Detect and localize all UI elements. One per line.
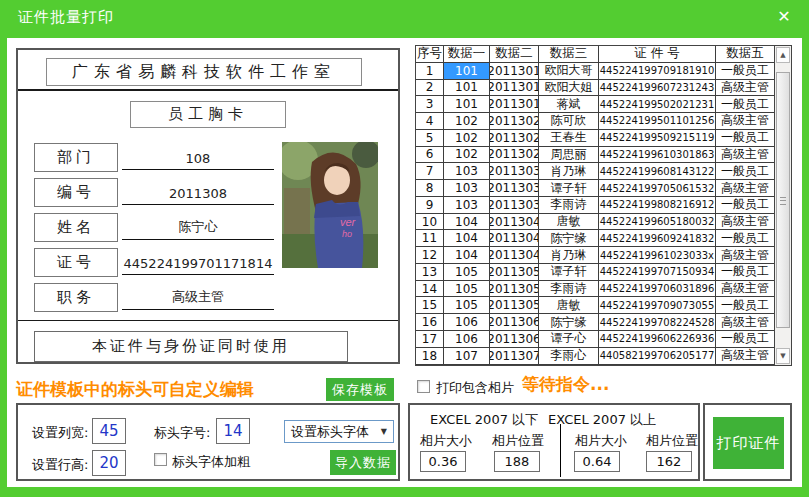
below-photo-size-input[interactable]: 0.36 bbox=[420, 451, 466, 472]
table-cell[interactable]: 8 bbox=[416, 180, 444, 197]
table-cell[interactable]: 2011306 bbox=[490, 314, 539, 331]
table-cell[interactable]: 2011302 bbox=[490, 147, 539, 164]
data-table[interactable]: 序号数据一数据二数据三证 件 号数据五 11012011301欧阳大哥44522… bbox=[415, 45, 792, 366]
table-cell[interactable]: 445224199709073055 bbox=[599, 297, 716, 314]
table-cell[interactable]: 2011301 bbox=[490, 63, 539, 80]
table-cell[interactable]: 2011307 bbox=[490, 348, 539, 365]
table-cell[interactable]: 445224199502021231 bbox=[599, 96, 716, 113]
table-cell[interactable]: 103 bbox=[444, 197, 490, 214]
table-cell[interactable]: 2011301 bbox=[490, 96, 539, 113]
table-cell[interactable]: 高级主管 bbox=[716, 281, 774, 298]
table-cell[interactable]: 3 bbox=[416, 96, 444, 113]
header-fontsize-input[interactable]: 14 bbox=[216, 418, 250, 444]
table-cell[interactable]: 445224199609241832 bbox=[599, 230, 716, 247]
table-cell[interactable]: 陈宁缘 bbox=[539, 230, 599, 247]
table-header-cell[interactable]: 数据三 bbox=[539, 46, 599, 63]
table-cell[interactable]: 2011301 bbox=[490, 80, 539, 97]
above-photo-size-input[interactable]: 0.64 bbox=[574, 451, 620, 472]
table-cell[interactable]: 440582199706205177 bbox=[599, 348, 716, 365]
table-cell[interactable]: 1 bbox=[416, 63, 444, 80]
table-cell[interactable]: 高级主管 bbox=[716, 180, 774, 197]
table-cell[interactable]: 445224199509215119 bbox=[599, 130, 716, 147]
table-cell[interactable]: 445224199808216912 bbox=[599, 197, 716, 214]
table-cell[interactable]: 445224199501101256 bbox=[599, 113, 716, 130]
table-cell[interactable]: 7 bbox=[416, 163, 444, 180]
table-vertical-scrollbar[interactable]: ▲ ▼ bbox=[774, 46, 791, 365]
header-bold-checkbox[interactable] bbox=[154, 453, 167, 466]
table-cell[interactable]: 107 bbox=[444, 348, 490, 365]
scroll-down-icon[interactable]: ▼ bbox=[776, 348, 790, 364]
table-cell[interactable]: 17 bbox=[416, 331, 444, 348]
table-cell[interactable]: 陈宁缘 bbox=[539, 314, 599, 331]
table-cell[interactable]: 445224199605180032 bbox=[599, 214, 716, 231]
col-width-input[interactable]: 45 bbox=[92, 418, 126, 444]
table-cell[interactable]: 6 bbox=[416, 147, 444, 164]
table-cell[interactable]: 一般员工 bbox=[716, 230, 774, 247]
table-cell[interactable]: 2011302 bbox=[490, 130, 539, 147]
table-cell[interactable]: 一般员工 bbox=[716, 297, 774, 314]
table-cell[interactable]: 445224199707150934 bbox=[599, 264, 716, 281]
table-cell[interactable]: 2011302 bbox=[490, 113, 539, 130]
table-cell[interactable]: 李雨诗 bbox=[539, 281, 599, 298]
save-template-button[interactable]: 保存模板 bbox=[326, 378, 394, 401]
table-cell[interactable]: 102 bbox=[444, 130, 490, 147]
table-cell[interactable]: 一般员工 bbox=[716, 130, 774, 147]
table-cell[interactable]: 445224199610301863 bbox=[599, 147, 716, 164]
table-cell[interactable]: 高级主管 bbox=[716, 214, 774, 231]
table-cell[interactable]: 陈可欣 bbox=[539, 113, 599, 130]
table-cell[interactable]: 蒋斌 bbox=[539, 96, 599, 113]
table-header-cell[interactable]: 数据二 bbox=[490, 46, 539, 63]
table-cell[interactable]: 445224199708224528 bbox=[599, 314, 716, 331]
table-cell[interactable]: 一般员工 bbox=[716, 264, 774, 281]
table-cell[interactable]: 高级主管 bbox=[716, 247, 774, 264]
table-cell[interactable]: 2011304 bbox=[490, 247, 539, 264]
table-cell[interactable]: 2011305 bbox=[490, 297, 539, 314]
table-cell[interactable]: 5 bbox=[416, 130, 444, 147]
table-cell[interactable]: 肖乃琳 bbox=[539, 163, 599, 180]
table-cell[interactable]: 2011305 bbox=[490, 281, 539, 298]
table-cell[interactable]: 谭子心 bbox=[539, 331, 599, 348]
table-cell[interactable]: 106 bbox=[444, 314, 490, 331]
table-cell[interactable]: 105 bbox=[444, 297, 490, 314]
header-font-select[interactable]: 设置标头字体 ▼ bbox=[284, 420, 394, 443]
table-cell[interactable]: 2011303 bbox=[490, 197, 539, 214]
close-icon[interactable]: ✕ bbox=[772, 4, 796, 28]
table-cell[interactable]: 10 bbox=[416, 214, 444, 231]
table-cell[interactable]: 谭子轩 bbox=[539, 180, 599, 197]
table-cell[interactable]: 106 bbox=[444, 331, 490, 348]
table-cell[interactable]: 李雨诗 bbox=[539, 197, 599, 214]
table-header-cell[interactable]: 序号 bbox=[416, 46, 444, 63]
table-cell[interactable]: 周思丽 bbox=[539, 147, 599, 164]
table-cell[interactable]: 103 bbox=[444, 163, 490, 180]
above-photo-pos-input[interactable]: 162 bbox=[646, 451, 692, 472]
table-cell[interactable]: 高级主管 bbox=[716, 147, 774, 164]
table-cell[interactable]: 104 bbox=[444, 247, 490, 264]
table-cell[interactable]: 一般员工 bbox=[716, 163, 774, 180]
table-cell[interactable]: 105 bbox=[444, 264, 490, 281]
table-cell[interactable]: 一般员工 bbox=[716, 63, 774, 80]
table-cell[interactable]: 王春生 bbox=[539, 130, 599, 147]
table-cell[interactable]: 18 bbox=[416, 348, 444, 365]
table-header-cell[interactable]: 数据五 bbox=[716, 46, 774, 63]
table-cell[interactable]: 2011304 bbox=[490, 214, 539, 231]
table-cell[interactable]: 2011303 bbox=[490, 180, 539, 197]
table-cell[interactable]: 唐敏 bbox=[539, 214, 599, 231]
table-cell[interactable]: 2011303 bbox=[490, 163, 539, 180]
table-cell[interactable]: 李雨心 bbox=[539, 348, 599, 365]
table-cell[interactable]: 445224199706031896 bbox=[599, 281, 716, 298]
table-cell[interactable]: 105 bbox=[444, 281, 490, 298]
table-cell[interactable]: 12 bbox=[416, 247, 444, 264]
table-cell[interactable]: 15 bbox=[416, 297, 444, 314]
table-cell[interactable]: 44522419961023033x bbox=[599, 247, 716, 264]
table-cell[interactable]: 101 bbox=[444, 80, 490, 97]
table-cell[interactable]: 445224199709181910 bbox=[599, 63, 716, 80]
table-cell[interactable]: 欧阳大哥 bbox=[539, 63, 599, 80]
scroll-up-icon[interactable]: ▲ bbox=[776, 47, 790, 63]
table-cell[interactable]: 高级主管 bbox=[716, 348, 774, 365]
below-photo-pos-input[interactable]: 188 bbox=[494, 451, 540, 472]
table-cell[interactable]: 102 bbox=[444, 113, 490, 130]
include-photo-checkbox[interactable] bbox=[417, 380, 430, 393]
table-cell[interactable]: 9 bbox=[416, 197, 444, 214]
scrollbar-thumb[interactable] bbox=[776, 72, 790, 328]
table-header-cell[interactable]: 数据一 bbox=[444, 46, 490, 63]
